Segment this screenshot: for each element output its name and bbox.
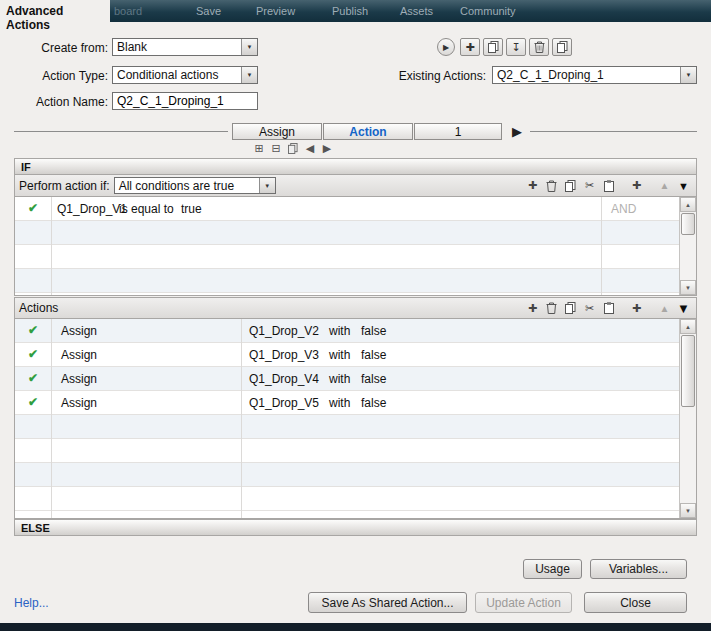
valid-check-icon: ✔ bbox=[15, 367, 51, 391]
action-name-input[interactable] bbox=[112, 92, 258, 110]
menu-item-preview[interactable]: Preview bbox=[256, 5, 295, 17]
copy-action-row-icon[interactable] bbox=[561, 300, 580, 316]
action-type[interactable]: Assign bbox=[61, 372, 97, 386]
action-type[interactable]: Assign bbox=[61, 396, 97, 410]
action-row[interactable]: ✔ Assign Q1_Drop_V4 with false bbox=[15, 367, 679, 391]
condition-value[interactable]: true bbox=[181, 202, 202, 216]
action-type-dropdown[interactable]: Conditional actions ▼ bbox=[112, 66, 258, 84]
move-action-up-icon[interactable]: ▲ bbox=[655, 300, 674, 316]
tab-1[interactable]: 1 bbox=[414, 123, 502, 140]
condition-operator[interactable]: is equal to bbox=[119, 202, 174, 216]
variables-button[interactable]: Variables... bbox=[590, 559, 687, 579]
usage-button[interactable]: Usage bbox=[523, 559, 582, 579]
action-type[interactable]: Assign bbox=[61, 324, 97, 338]
chevron-down-icon[interactable]: ▼ bbox=[241, 67, 257, 83]
insert-action-row-icon[interactable]: ✚ bbox=[627, 300, 646, 316]
chevron-down-icon[interactable]: ▼ bbox=[259, 178, 275, 193]
action-value[interactable]: false bbox=[361, 372, 386, 386]
action-row[interactable]: ✔ Assign Q1_Drop_V3 with false bbox=[15, 343, 679, 367]
insert-condition-icon[interactable]: ✚ bbox=[627, 178, 646, 194]
menu-item-assets[interactable]: Assets bbox=[400, 5, 433, 17]
chevron-down-icon[interactable]: ▼ bbox=[680, 67, 696, 83]
delete-action-row-icon[interactable] bbox=[542, 300, 561, 316]
conditions-mode-dropdown[interactable]: All conditions are true ▼ bbox=[114, 177, 276, 194]
move-condition-down-icon[interactable]: ▼ bbox=[674, 178, 693, 194]
menu-item-publish[interactable]: Publish bbox=[332, 5, 368, 17]
new-action-button[interactable]: ✚ bbox=[460, 38, 480, 56]
action-connector[interactable]: with bbox=[329, 372, 350, 386]
action-connector[interactable]: with bbox=[329, 396, 350, 410]
move-condition-up-icon[interactable]: ▲ bbox=[655, 178, 674, 194]
action-connector[interactable]: with bbox=[329, 348, 350, 362]
action-target[interactable]: Q1_Drop_V2 bbox=[249, 324, 319, 338]
action-target[interactable]: Q1_Drop_V4 bbox=[249, 372, 319, 386]
delete-action-button[interactable] bbox=[529, 38, 549, 56]
condition-row[interactable]: ✔ Q1_Drop_V1 is equal to true AND bbox=[15, 197, 679, 221]
column-divider bbox=[51, 197, 52, 295]
existing-actions-label: Existing Actions: bbox=[380, 69, 486, 83]
menu-item-partial[interactable]: board bbox=[114, 5, 142, 17]
action-target[interactable]: Q1_Drop_V5 bbox=[249, 396, 319, 410]
scroll-up-icon[interactable]: ▲ bbox=[680, 197, 696, 212]
scrollbar-thumb[interactable] bbox=[681, 213, 695, 235]
cut-condition-icon[interactable]: ✂ bbox=[580, 178, 599, 194]
scroll-up-icon[interactable]: ▲ bbox=[680, 319, 696, 334]
condition-row-empty[interactable] bbox=[15, 269, 679, 293]
copy-action-button[interactable] bbox=[552, 38, 572, 56]
chevron-down-icon[interactable]: ▼ bbox=[241, 39, 257, 55]
add-tab-icon[interactable]: ⊞ bbox=[252, 142, 266, 155]
remove-tab-icon[interactable]: ⊟ bbox=[269, 142, 283, 155]
move-action-down-icon[interactable]: ▼ bbox=[674, 300, 693, 316]
import-action-button[interactable]: ↧ bbox=[506, 38, 526, 56]
create-from-dropdown[interactable]: Blank ▼ bbox=[112, 38, 258, 56]
action-value[interactable]: false bbox=[361, 324, 386, 338]
paste-condition-icon[interactable] bbox=[599, 178, 618, 194]
tab-scroll-next-icon[interactable]: ▶ bbox=[512, 124, 522, 139]
action-row[interactable]: ✔ Assign Q1_Drop_V5 with false bbox=[15, 391, 679, 415]
delete-condition-icon[interactable] bbox=[542, 178, 561, 194]
actions-scrollbar[interactable]: ▲ ▼ bbox=[679, 319, 696, 518]
condition-variable[interactable]: Q1_Drop_V1 bbox=[57, 202, 127, 216]
condition-row-empty[interactable] bbox=[15, 245, 679, 269]
tab-assign[interactable]: Assign bbox=[232, 123, 322, 140]
help-link[interactable]: Help... bbox=[14, 596, 49, 610]
scroll-down-icon[interactable]: ▼ bbox=[680, 280, 696, 295]
conditions-scrollbar[interactable]: ▲ ▼ bbox=[679, 197, 696, 295]
copy-condition-icon[interactable] bbox=[561, 178, 580, 194]
prev-tab-icon[interactable]: ◀ bbox=[303, 142, 317, 155]
scrollbar-thumb[interactable] bbox=[681, 335, 695, 407]
tab-action[interactable]: Action bbox=[323, 123, 413, 140]
action-value[interactable]: false bbox=[361, 396, 386, 410]
copy-tab-icon[interactable] bbox=[286, 142, 300, 155]
close-button[interactable]: Close bbox=[584, 592, 687, 613]
cut-action-row-icon[interactable]: ✂ bbox=[580, 300, 599, 316]
condition-logic[interactable]: AND bbox=[611, 202, 636, 216]
action-row-empty[interactable] bbox=[15, 415, 679, 439]
action-target[interactable]: Q1_Drop_V3 bbox=[249, 348, 319, 362]
column-divider bbox=[601, 197, 602, 295]
save-as-shared-action-button[interactable]: Save As Shared Action... bbox=[308, 592, 467, 613]
action-type[interactable]: Assign bbox=[61, 348, 97, 362]
add-condition-icon[interactable]: ✚ bbox=[523, 178, 542, 194]
duplicate-action-button[interactable] bbox=[483, 38, 503, 56]
action-row-empty[interactable] bbox=[15, 487, 679, 511]
scroll-down-icon[interactable]: ▼ bbox=[680, 503, 696, 518]
paste-action-row-icon[interactable] bbox=[599, 300, 618, 316]
menu-item-community[interactable]: Community bbox=[460, 5, 516, 17]
preview-action-button[interactable]: ▶ bbox=[437, 38, 455, 56]
valid-check-icon: ✔ bbox=[15, 391, 51, 415]
add-action-row-icon[interactable]: ✚ bbox=[523, 300, 542, 316]
action-connector[interactable]: with bbox=[329, 324, 350, 338]
condition-row-empty[interactable] bbox=[15, 221, 679, 245]
copy-icon bbox=[557, 41, 568, 53]
duplicate-icon bbox=[488, 41, 499, 53]
perform-action-bar: Perform action if: All conditions are tr… bbox=[14, 175, 697, 197]
next-tab-icon[interactable]: ▶ bbox=[320, 142, 334, 155]
actions-bar: Actions ✚ ✂ ✚ ▲ ▼ bbox=[14, 297, 697, 319]
menu-item-save[interactable]: Save bbox=[196, 5, 221, 17]
existing-actions-dropdown[interactable]: Q2_C_1_Droping_1 ▼ bbox=[492, 66, 697, 84]
action-row-empty[interactable] bbox=[15, 463, 679, 487]
action-value[interactable]: false bbox=[361, 348, 386, 362]
action-row[interactable]: ✔ Assign Q1_Drop_V2 with false bbox=[15, 319, 679, 343]
action-row-empty[interactable] bbox=[15, 439, 679, 463]
